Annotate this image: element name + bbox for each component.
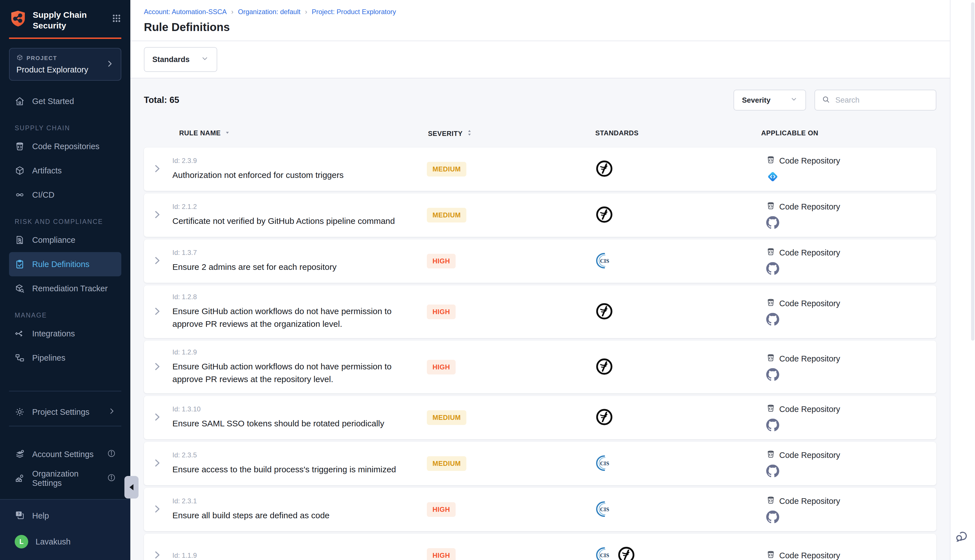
- severity-filter-dropdown[interactable]: Severity: [733, 90, 806, 110]
- sidebar-item-rule-definitions[interactable]: Rule Definitions: [9, 252, 121, 276]
- sidebar-item-project-settings[interactable]: Project Settings: [9, 400, 121, 424]
- owasp-standard-icon: [595, 302, 613, 320]
- chevron-right-icon: [152, 412, 162, 422]
- rule-row[interactable]: Id: 1.3.7Ensure 2 admins are set for eac…: [144, 239, 937, 283]
- provider-github: [766, 262, 840, 275]
- module-grid-icon[interactable]: [112, 13, 121, 24]
- sidebar-item-get-started[interactable]: Get Started: [9, 89, 121, 113]
- cis-standard-icon: CIS: [595, 453, 613, 473]
- rule-row[interactable]: Id: 2.3.1Ensure all build steps are defi…: [144, 488, 937, 531]
- app-window: Supply Chain Security: [0, 0, 975, 560]
- standards-icons: [595, 205, 613, 225]
- expand-row-chevron-icon[interactable]: [152, 256, 162, 267]
- severity-badge: HIGH: [427, 254, 456, 268]
- user-name: Lavakush: [35, 537, 70, 547]
- expand-row-chevron-icon[interactable]: [152, 412, 162, 423]
- severity-badge: MEDIUM: [427, 208, 466, 222]
- cis-standard: CIS: [595, 545, 613, 560]
- standards-icons: [595, 408, 613, 427]
- table-header: RULE NAME SEVERITY STANDARDS APPLICABLE …: [144, 129, 937, 139]
- sidebar-section-label: MANAGE: [9, 309, 121, 322]
- sidebar-item-remediation-tracker[interactable]: Remediation Tracker: [9, 276, 121, 301]
- expand-row-chevron-icon[interactable]: [152, 550, 162, 560]
- github-icon: [766, 465, 779, 478]
- rule-row[interactable]: Id: 2.3.9Authorization not enforced for …: [144, 147, 937, 191]
- provider-github: [766, 419, 840, 432]
- expand-row-chevron-icon[interactable]: [152, 307, 162, 317]
- cis-standard: CIS: [595, 499, 613, 520]
- code-repository-icon: [766, 496, 775, 505]
- code-repository-bucket-icon: [766, 404, 775, 415]
- sidebar-item-pipelines[interactable]: Pipelines: [9, 346, 121, 370]
- breadcrumb-link[interactable]: Organization: default: [238, 8, 300, 16]
- rule-name: Ensure SAML SSO tokens should be rotated…: [172, 417, 384, 430]
- cis-standard: CIS: [595, 453, 613, 474]
- code-repository-bucket-icon: [766, 496, 775, 507]
- code-repository-icon: [766, 353, 775, 362]
- sidebar-item-organization-settings[interactable]: Organization Settings: [9, 467, 121, 491]
- rule-row[interactable]: Id: 1.1.9HIGHCISCode Repository: [144, 534, 937, 560]
- sidebar-collapse-handle[interactable]: [124, 476, 139, 498]
- sidebar-item-compliance[interactable]: Compliance: [9, 228, 121, 252]
- applicable-on-label: Code Repository: [779, 551, 840, 560]
- applicable-on-label: Code Repository: [779, 497, 840, 506]
- svg-text:CIS: CIS: [600, 507, 609, 512]
- owasp-standard-icon: [595, 205, 613, 223]
- sidebar-item-integrations[interactable]: Integrations: [9, 322, 121, 346]
- code-repository-icon: [766, 201, 775, 210]
- chevron-right-icon: [152, 256, 162, 265]
- scrollbar-thumb[interactable]: [971, 2, 975, 341]
- rule-row[interactable]: Id: 1.2.9Ensure GitHub action workflows …: [144, 341, 937, 393]
- code-repository-bucket-icon: [766, 298, 775, 309]
- rule-row[interactable]: Id: 1.2.8Ensure GitHub action workflows …: [144, 285, 937, 338]
- rule-row[interactable]: Id: 1.3.10Ensure SAML SSO tokens should …: [144, 396, 937, 439]
- applicable-on-label: Code Repository: [779, 405, 840, 414]
- column-severity[interactable]: SEVERITY: [428, 129, 472, 138]
- info-icon[interactable]: [107, 449, 116, 460]
- info-icon[interactable]: [107, 473, 116, 484]
- expand-row-chevron-icon[interactable]: [152, 504, 162, 515]
- project-selector[interactable]: PROJECT Product Exploratory: [9, 48, 121, 81]
- avatar: L: [15, 535, 28, 548]
- brand-accent-bar: [9, 38, 121, 39]
- expand-row-chevron-icon[interactable]: [152, 362, 162, 372]
- help-button[interactable]: ? Help: [9, 506, 121, 526]
- sidebar-item-code-repositories[interactable]: Code Repositories: [9, 134, 121, 158]
- expand-row-chevron-icon[interactable]: [152, 164, 162, 175]
- severity-badge: MEDIUM: [427, 456, 466, 471]
- column-applicable-on: APPLICABLE ON: [761, 129, 818, 137]
- standards-filter-dropdown[interactable]: Standards: [144, 47, 217, 72]
- applicable-on-label: Code Repository: [779, 354, 840, 363]
- owasp-standard-icon: [595, 408, 613, 426]
- rule-row[interactable]: Id: 2.3.5Ensure access to the build proc…: [144, 442, 937, 485]
- rule-row[interactable]: Id: 2.1.2Certificate not verified by Git…: [144, 193, 937, 237]
- sidebar-item-account-settings[interactable]: Account Settings: [9, 442, 121, 467]
- rule-id: Id: 2.3.1: [172, 497, 329, 505]
- user-menu[interactable]: L Lavakush: [9, 532, 121, 552]
- chevron-right-icon: [152, 164, 162, 173]
- sidebar-item-artifacts[interactable]: Artifacts: [9, 158, 121, 183]
- owasp-standard-icon: [595, 358, 613, 376]
- sidebar-settings: Project Settings Account Settings: [0, 378, 130, 491]
- breadcrumb-link[interactable]: Account: Automation-SSCA: [144, 8, 227, 16]
- expand-row-chevron-icon[interactable]: [152, 210, 162, 220]
- sidebar-item-ci-cd[interactable]: CI/CD: [9, 183, 121, 207]
- chevron-right-icon: [105, 60, 114, 69]
- standards-icons: [595, 160, 613, 179]
- breadcrumb-link[interactable]: Project: Product Exploratory: [312, 8, 396, 16]
- sidebar-header: Supply Chain Security: [0, 0, 130, 81]
- code-repository-icon: [766, 404, 775, 413]
- column-rule-name[interactable]: RULE NAME: [179, 129, 230, 137]
- github-icon: [766, 419, 779, 432]
- provider-github: [766, 216, 840, 229]
- search-input[interactable]: [835, 96, 929, 105]
- code-repository-icon: [766, 247, 775, 256]
- collapse-arrow-icon: [130, 484, 134, 490]
- github-icon: [766, 313, 779, 326]
- applicable-on-label: Code Repository: [779, 202, 840, 212]
- expand-row-chevron-icon[interactable]: [152, 458, 162, 469]
- main-area: Account: Automation-SSCA›Organization: d…: [130, 0, 950, 560]
- chat-feedback-icon[interactable]: [954, 528, 970, 545]
- code-repository-bucket-icon: [766, 247, 775, 258]
- cis-standard-icon: CIS: [595, 499, 613, 519]
